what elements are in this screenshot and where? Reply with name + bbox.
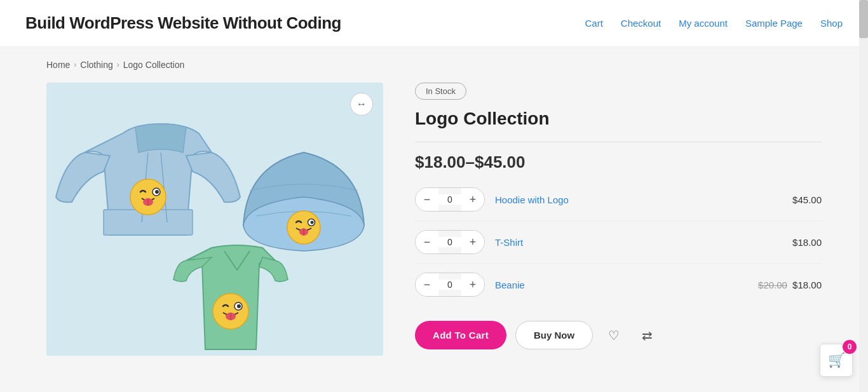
- scrollbar-thumb[interactable]: [859, 0, 868, 38]
- cart-count: 0: [843, 340, 857, 354]
- cart-icon: 🛒: [828, 352, 845, 368]
- svg-point-4: [130, 179, 166, 215]
- product-details: In Stock Logo Collection $18.00–$45.00 −…: [415, 83, 822, 349]
- product-layout: ↔ In Stock Logo Collection $18.00–$45.00…: [46, 83, 822, 356]
- variant-name-1[interactable]: T-Shirt: [495, 237, 773, 248]
- price-range: $18.00–$45.00: [415, 152, 822, 172]
- variant-row-1: − 0 + T-Shirt $18.00: [415, 230, 822, 264]
- add-to-cart-button[interactable]: Add To Cart: [415, 321, 506, 349]
- stock-badge: In Stock: [415, 83, 466, 100]
- qty-minus-2[interactable]: −: [416, 273, 438, 296]
- breadcrumb-home[interactable]: Home: [46, 60, 70, 70]
- qty-plus-2[interactable]: +: [461, 273, 484, 296]
- cart-bubble[interactable]: 🛒 0: [820, 344, 853, 377]
- qty-control-2: − 0 +: [415, 273, 485, 297]
- expand-image-button[interactable]: ↔: [350, 93, 373, 116]
- qty-minus-0[interactable]: −: [416, 188, 438, 211]
- buy-now-button[interactable]: Buy Now: [515, 321, 593, 349]
- nav-link-cart[interactable]: Cart: [585, 18, 602, 29]
- qty-minus-1[interactable]: −: [416, 231, 438, 253]
- compare-button[interactable]: ⇄: [635, 323, 659, 348]
- qty-control-1: − 0 +: [415, 230, 485, 254]
- variant-price-0: $45.00: [783, 194, 822, 205]
- breadcrumb-sep2: ›: [117, 60, 119, 69]
- variant-name-2[interactable]: Beanie: [495, 280, 748, 290]
- wishlist-button[interactable]: ♡: [602, 323, 626, 348]
- svg-point-6: [155, 190, 159, 194]
- product-image-container: ↔: [46, 83, 383, 356]
- nav-link-shop[interactable]: Shop: [820, 18, 843, 29]
- breadcrumb-current: Logo Collection: [123, 60, 185, 70]
- svg-point-17: [237, 304, 241, 308]
- variant-row-0: − 0 + Hoodie with Logo $45.00: [415, 187, 822, 221]
- original-price-2: $20.00: [758, 280, 787, 290]
- svg-point-12: [311, 221, 314, 224]
- scrollbar-track[interactable]: [859, 0, 868, 381]
- breadcrumb-sep1: ›: [74, 60, 76, 69]
- main-nav: CartCheckoutMy accountSample PageShop: [585, 18, 843, 29]
- nav-link-my-account[interactable]: My account: [679, 18, 728, 29]
- site-title: Build WordPress Website Without Coding: [25, 13, 341, 33]
- qty-plus-0[interactable]: +: [461, 188, 484, 211]
- nav-link-checkout[interactable]: Checkout: [621, 18, 661, 29]
- main-content: Home › Clothing › Logo Collection: [21, 47, 847, 381]
- variant-price-1: $18.00: [783, 237, 822, 248]
- qty-plus-1[interactable]: +: [461, 231, 484, 253]
- variant-row-2: − 0 + Beanie $20.00 $18.00: [415, 273, 822, 306]
- nav-link-sample-page[interactable]: Sample Page: [745, 18, 803, 29]
- qty-control-0: − 0 +: [415, 187, 485, 212]
- qty-value-1: 0: [438, 237, 461, 247]
- svg-point-10: [287, 211, 320, 244]
- svg-point-15: [213, 294, 248, 329]
- breadcrumb: Home › Clothing › Logo Collection: [46, 60, 822, 70]
- variants-list: − 0 + Hoodie with Logo $45.00 − 0 + T-Sh…: [415, 187, 822, 306]
- wishlist-icon: ♡: [608, 328, 620, 343]
- site-header: Build WordPress Website Without Coding C…: [0, 0, 868, 47]
- expand-icon: ↔: [356, 98, 367, 110]
- breadcrumb-clothing[interactable]: Clothing: [80, 60, 112, 70]
- variant-price-2: $20.00 $18.00: [758, 280, 822, 290]
- product-title: Logo Collection: [415, 109, 822, 129]
- compare-icon: ⇄: [642, 328, 653, 343]
- qty-value-2: 0: [438, 280, 461, 290]
- variant-name-0[interactable]: Hoodie with Logo: [495, 194, 773, 205]
- product-image: [46, 83, 383, 356]
- price-divider: [415, 142, 822, 142]
- action-buttons: Add To Cart Buy Now ♡ ⇄: [415, 321, 822, 349]
- qty-value-0: 0: [438, 194, 461, 205]
